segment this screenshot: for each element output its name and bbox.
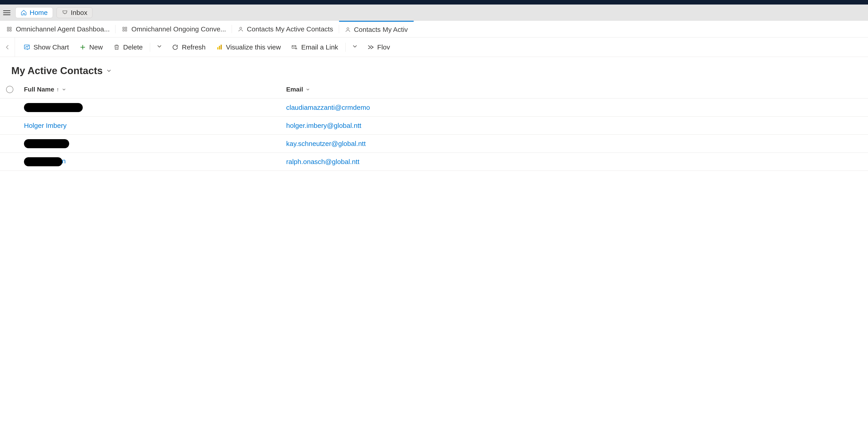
table-row[interactable]: kay.schneutzer@global.ntt	[0, 135, 868, 153]
cell-email: kay.schneutzer@global.ntt	[282, 140, 868, 147]
flow-icon	[367, 44, 374, 51]
view-title: My Active Contacts	[11, 65, 103, 76]
person-icon	[238, 26, 244, 32]
contact-name-link[interactable]: Holger Imbery	[24, 122, 66, 129]
tab-label: Contacts My Activ	[354, 26, 408, 33]
back-button[interactable]	[0, 37, 15, 57]
refresh-icon	[172, 44, 179, 51]
column-label: Full Name	[24, 86, 54, 93]
redacted-name	[24, 157, 62, 166]
svg-rect-4	[219, 46, 220, 49]
powerbi-icon	[216, 44, 223, 51]
tab-label: Omnichannel Agent Dashboa...	[16, 25, 110, 33]
cell-full-name	[20, 139, 282, 148]
contact-email-link[interactable]: kay.schneutzer@global.ntt	[286, 140, 366, 147]
tab-omni-dashboard[interactable]: Omnichannel Agent Dashboa...	[0, 21, 116, 37]
svg-rect-6	[292, 45, 296, 48]
separator	[345, 43, 346, 52]
nav-bar: Home Inbox	[0, 4, 868, 21]
person-icon	[345, 27, 351, 33]
tab-label: Contacts My Active Contacts	[247, 25, 333, 33]
column-label: Email	[286, 86, 303, 93]
tab-contacts-2[interactable]: Contacts My Activ	[339, 21, 414, 37]
delete-split-button[interactable]	[153, 41, 166, 54]
contact-email-link[interactable]: ralph.onasch@global.ntt	[286, 158, 360, 165]
home-icon	[21, 9, 27, 16]
column-full-name[interactable]: Full Name ↑	[24, 86, 282, 93]
contact-email-link[interactable]: holger.imbery@global.ntt	[286, 122, 361, 129]
show-chart-button[interactable]: Show Chart	[19, 41, 73, 53]
refresh-button[interactable]: Refresh	[167, 41, 210, 53]
back-icon	[4, 44, 11, 51]
omnichannel-icon	[121, 26, 128, 33]
email-link-label: Email a Link	[301, 43, 338, 51]
email-link-icon	[291, 44, 298, 51]
command-bar: Show Chart New Delete Refresh Visualize …	[15, 41, 399, 54]
cell-full-name: Holger Imbery	[20, 122, 282, 129]
inbox-label: Inbox	[71, 9, 87, 17]
contact-email-link[interactable]: claudiamazzanti@crmdemo	[286, 104, 370, 111]
hamburger-menu-icon[interactable]	[2, 8, 12, 18]
home-label: Home	[30, 9, 48, 17]
svg-point-1	[347, 28, 349, 30]
chart-icon	[24, 44, 30, 51]
chevron-down-icon	[61, 87, 66, 92]
tab-omni-convo[interactable]: Omnichannel Ongoing Conve...	[116, 21, 232, 37]
redacted-name	[24, 139, 69, 148]
visualize-button[interactable]: Visualize this view	[212, 41, 285, 53]
cell-email: ralph.onasch@global.ntt	[282, 158, 868, 166]
table-row[interactable]: nralph.onasch@global.ntt	[0, 153, 868, 171]
column-email[interactable]: Email	[286, 86, 868, 93]
grid-header: Full Name ↑ Email	[0, 80, 868, 99]
svg-rect-3	[217, 47, 218, 50]
flow-button[interactable]: Flov	[363, 41, 395, 53]
visualize-label: Visualize this view	[226, 43, 281, 51]
tab-label: Omnichannel Ongoing Conve...	[131, 25, 226, 33]
circle-icon	[6, 86, 13, 93]
show-chart-label: Show Chart	[33, 43, 69, 51]
redacted-name	[24, 103, 83, 112]
select-all-checkbox[interactable]	[0, 86, 20, 93]
table-row[interactable]: claudiamazzanti@crmdemo	[0, 99, 868, 117]
cell-full-name: n	[20, 157, 282, 166]
plus-icon	[79, 44, 86, 51]
svg-rect-5	[221, 44, 222, 49]
email-link-split-button[interactable]	[348, 41, 362, 54]
chevron-down-icon	[106, 68, 112, 74]
view-header[interactable]: My Active Contacts	[0, 57, 868, 80]
inbox-icon	[62, 9, 68, 16]
contacts-grid: Full Name ↑ Email claudiamazzanti@crmdem…	[0, 80, 868, 171]
home-tab[interactable]: Home	[16, 7, 53, 18]
trash-icon	[113, 44, 120, 51]
flow-label: Flov	[377, 43, 390, 51]
command-row: Show Chart New Delete Refresh Visualize …	[0, 37, 868, 57]
chevron-down-icon	[156, 43, 163, 50]
refresh-label: Refresh	[182, 43, 206, 51]
email-link-button[interactable]: Email a Link	[287, 41, 342, 53]
cell-email: holger.imbery@global.ntt	[282, 122, 868, 129]
tab-contacts-1[interactable]: Contacts My Active Contacts	[232, 21, 339, 37]
new-label: New	[89, 43, 103, 51]
delete-button[interactable]: Delete	[109, 41, 147, 53]
partial-name: n	[62, 157, 66, 165]
omnichannel-icon	[6, 26, 13, 33]
svg-point-0	[240, 27, 242, 29]
workspace-tabs: Omnichannel Agent Dashboa... Omnichannel…	[0, 21, 868, 37]
table-row[interactable]: Holger Imberyholger.imbery@global.ntt	[0, 117, 868, 135]
new-button[interactable]: New	[75, 41, 107, 53]
chevron-down-icon	[305, 87, 310, 92]
cell-email: claudiamazzanti@crmdemo	[282, 104, 868, 111]
sort-asc-icon: ↑	[57, 86, 59, 93]
delete-label: Delete	[123, 43, 143, 51]
inbox-tab[interactable]: Inbox	[57, 7, 92, 18]
chevron-down-icon	[351, 43, 358, 50]
cell-full-name	[20, 103, 282, 112]
titlebar-strip	[0, 0, 868, 4]
